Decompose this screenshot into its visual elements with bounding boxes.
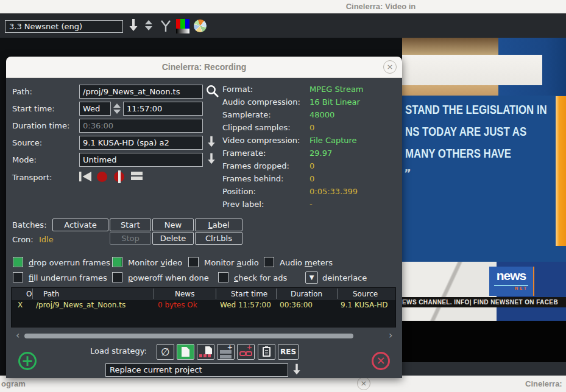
column-divider[interactable]	[276, 289, 277, 299]
path-input[interactable]: /proj/9_News_at_Noon.ts	[79, 85, 203, 99]
record-frame-icon[interactable]	[114, 172, 124, 182]
replace-concatenate-button[interactable]	[197, 344, 214, 360]
program-close-icon[interactable]: ×	[357, 377, 370, 390]
label-button[interactable]: Label	[195, 219, 242, 231]
rewind-to-start-icon[interactable]	[78, 171, 93, 182]
channel-input[interactable]: 3.3 Newsnet (eng)	[5, 20, 123, 33]
batch-list-header: O Path News Start time Duration Source	[12, 288, 395, 300]
column-divider[interactable]	[337, 289, 338, 299]
cell-start-time: Wed 11:57:00	[220, 301, 271, 309]
activate-button[interactable]: Activate	[52, 219, 108, 231]
video-monitor: STAND THE LEGISLATION IN NS TODAY ARE JU…	[402, 38, 566, 376]
clip-tab	[265, 346, 268, 348]
col-on[interactable]: O	[26, 290, 32, 298]
start-button[interactable]: Start	[110, 219, 151, 231]
audio-meters-checkbox[interactable]	[264, 257, 274, 267]
batch-list-hscroll: ‹ ›	[11, 331, 396, 341]
col-start-time[interactable]: Start time	[231, 290, 267, 298]
concatenate-tracks-button[interactable]: +	[237, 344, 255, 360]
video-in-titlebar[interactable]: Cinelerra: Video in	[0, 0, 566, 13]
mode-dropdown-icon[interactable]	[207, 152, 216, 166]
column-divider[interactable]	[154, 289, 154, 299]
recording-titlebar[interactable]: Cinelerra: Recording ×	[6, 57, 402, 78]
source-dropdown-icon[interactable]	[207, 135, 216, 149]
news-ticker: EWS CHANNEL. INFO| FIND NEWSNET ON FACEB	[402, 297, 566, 307]
rest: oweroff when done	[133, 273, 208, 282]
color-bars-icon[interactable]	[176, 19, 189, 33]
rest: udio	[242, 258, 259, 267]
col-news[interactable]: News	[175, 290, 194, 298]
video-bottom-strip	[402, 362, 566, 376]
add-batch-button[interactable]: +	[18, 352, 37, 370]
deinterlace-dropdown-button[interactable]: ▼	[305, 271, 318, 284]
insertion-strategy-dropdown[interactable]: Replace current project	[105, 363, 288, 377]
down-triangle	[145, 26, 152, 30]
scroll-right-icon[interactable]: ›	[389, 331, 392, 340]
red-block	[203, 354, 207, 357]
start-time-input[interactable]: 11:57:00	[123, 102, 203, 116]
new-button[interactable]: New	[152, 219, 194, 231]
status-label: Samplerate:	[222, 110, 271, 119]
fill-underrun-checkbox[interactable]	[13, 272, 23, 282]
channel-select-arrow-icon[interactable]	[129, 18, 138, 32]
batch-list: O Path News Start time Duration Source X…	[11, 287, 396, 327]
resources-only-button[interactable]: RES	[278, 344, 299, 360]
load-nothing-button[interactable]: ∅	[157, 344, 174, 360]
search-icon[interactable]	[205, 84, 219, 98]
day-spinner[interactable]	[111, 102, 122, 116]
status-value: 0	[310, 161, 314, 170]
status-label: Frames behind:	[222, 174, 283, 183]
pre: Monitor	[128, 258, 161, 267]
logo-subtext: NET	[489, 286, 528, 291]
record-icon[interactable]	[97, 172, 107, 182]
replace-project-button[interactable]	[177, 344, 194, 360]
bar	[131, 177, 143, 180]
col-path[interactable]: Path	[43, 290, 59, 298]
mode-input[interactable]: Untimed	[79, 153, 203, 167]
track-bar	[220, 355, 232, 359]
cron-label: Cron:	[12, 235, 34, 244]
col-source[interactable]: Source	[353, 290, 378, 298]
poweroff-checkbox[interactable]	[112, 272, 122, 282]
scroll-thumb[interactable]	[24, 334, 353, 338]
quote-line: MANY OTHERS HAVE	[405, 146, 511, 161]
start-day-input[interactable]: Wed	[79, 102, 111, 116]
drop-overrun-checkbox[interactable]	[13, 257, 23, 267]
red-block	[208, 354, 211, 357]
column-divider[interactable]	[32, 289, 33, 299]
close-recording-button[interactable]: ✕	[372, 352, 390, 370]
source-input[interactable]: 9.1 KUSA-HD (spa) a2	[79, 136, 203, 150]
color-wheel-icon[interactable]	[194, 19, 207, 32]
stop-button[interactable]: Stop	[110, 232, 151, 245]
append-tracks-button[interactable]: +	[217, 344, 235, 360]
path-label: Path:	[12, 87, 32, 96]
line	[265, 354, 268, 354]
status-value: 29.97	[310, 149, 332, 158]
monitor-audio-checkbox[interactable]	[188, 257, 199, 267]
status-value: -	[310, 200, 313, 209]
rgb-bars	[176, 19, 189, 29]
batch-row[interactable]: X /proj/9_News_at_Noon.ts 0 bytes Ok Wed…	[12, 300, 395, 310]
monitor-video-checkbox[interactable]	[112, 257, 122, 267]
duration-input[interactable]: 0:36:00	[79, 119, 203, 133]
label-mnemonic: L	[208, 220, 212, 229]
status-value: 0	[310, 174, 314, 183]
recording-close-button[interactable]: ×	[383, 60, 397, 74]
clrlbls-button[interactable]: ClrLbls	[195, 232, 242, 245]
status-label: Prev label:	[222, 200, 264, 209]
up-triangle	[113, 103, 121, 108]
scroll-left-icon[interactable]: ‹	[16, 331, 19, 340]
stop-icon[interactable]	[131, 172, 143, 181]
paste-button[interactable]	[258, 344, 275, 360]
logo-text: news	[489, 267, 533, 285]
cell-news: 0 bytes Ok	[158, 301, 197, 309]
antenna-icon[interactable]	[160, 19, 171, 33]
status-value: 16 Bit Linear	[310, 97, 360, 107]
newsnet-logo: news NET	[489, 267, 534, 296]
col-duration[interactable]: Duration	[291, 290, 322, 298]
delete-button[interactable]: Delete	[152, 232, 194, 245]
column-divider[interactable]	[216, 289, 216, 299]
channel-updown-icon[interactable]	[145, 20, 152, 30]
check-for-ads-checkbox[interactable]	[218, 272, 228, 282]
insertion-dropdown-icon[interactable]	[292, 363, 301, 376]
